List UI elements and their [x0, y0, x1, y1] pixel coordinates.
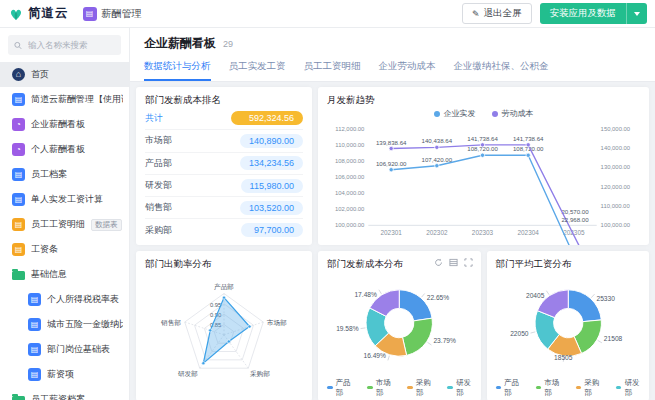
form-icon: ▤	[12, 168, 25, 181]
sidebar-item[interactable]: 员工薪资档案	[0, 387, 129, 400]
svg-text:110,000.00: 110,000.00	[601, 203, 631, 209]
sidebar-item[interactable]: ▤工资条	[0, 237, 129, 262]
dashboard-icon: ◔	[12, 143, 25, 156]
logo[interactable]: 简道云	[8, 5, 69, 22]
ranking-row: 销售部103,520.00	[145, 196, 303, 218]
sidebar-item[interactable]: ▤员工档案	[0, 162, 129, 187]
table-icon[interactable]	[449, 258, 458, 267]
tab[interactable]: 员工实发工资	[229, 60, 286, 81]
svg-text:202302: 202302	[426, 229, 448, 236]
dashboard-content: 部门发薪成本排名 共计592,324.56市场部140,890.00产品部134…	[130, 82, 655, 400]
search-box[interactable]	[8, 35, 121, 55]
svg-text:20,570.00: 20,570.00	[561, 208, 589, 215]
sidebar-item[interactable]: ▤个人所得税税率表	[0, 287, 129, 312]
legend-marker	[367, 386, 373, 389]
ranking-card-title: 部门发薪成本排名	[145, 94, 303, 107]
sidebar-item[interactable]: ⌂首页	[0, 62, 129, 87]
sidebar-item-label: 企业薪酬看板	[31, 118, 85, 131]
exit-fullscreen-label: 退出全屏	[484, 7, 522, 20]
datasheet-badge: 数据表	[91, 219, 122, 231]
legend-item[interactable]: 劳动成本	[492, 108, 534, 119]
svg-text:202301: 202301	[381, 229, 403, 236]
svg-text:141,738.64: 141,738.64	[467, 135, 498, 142]
sidebar-item[interactable]: ▤薪资项	[0, 362, 129, 387]
sidebar-item[interactable]: 基础信息	[0, 262, 129, 287]
exit-fullscreen-button[interactable]: ✎ 退出全屏	[462, 3, 532, 24]
legend-marker	[407, 386, 413, 389]
sidebar-item-label: 员工薪资档案	[31, 393, 85, 400]
radar-card-title: 部门出勤率分布	[145, 258, 303, 271]
legend-item[interactable]: 企业实发	[434, 108, 476, 119]
sidebar-item-label: 薪资项	[47, 368, 74, 381]
ranking-label: 产品部	[145, 157, 172, 170]
folder-icon	[12, 396, 25, 400]
ranking-label: 销售部	[145, 201, 172, 214]
svg-text:100,000.00: 100,000.00	[601, 222, 631, 228]
legend-item[interactable]: 产品部	[327, 378, 351, 398]
tab[interactable]: 企业缴纳社保、公积金	[454, 60, 549, 81]
install-dropdown-button[interactable]	[626, 3, 647, 24]
sidebar-item[interactable]: ▤部门岗位基础表	[0, 337, 129, 362]
sidebar-item[interactable]: ▤员工工资明细数据表	[0, 212, 129, 237]
legend-item[interactable]: 研发部	[447, 378, 471, 398]
form-icon: ▤	[12, 243, 25, 256]
search-input[interactable]	[26, 39, 115, 51]
svg-text:140,000.00: 140,000.00	[601, 145, 631, 151]
sidebar-item-label: 简道云薪酬管理【使用说明】	[31, 93, 123, 106]
svg-text:120,000.00: 120,000.00	[601, 184, 631, 190]
app-name: 薪酬管理	[102, 7, 142, 21]
svg-text:100,000.00: 100,000.00	[335, 222, 365, 228]
pencil-icon: ✎	[472, 9, 480, 19]
ranking-row: 共计592,324.56	[145, 107, 303, 129]
legend-item[interactable]: 采购部	[407, 378, 431, 398]
legend-item[interactable]: 市场部	[536, 378, 560, 398]
legend-item[interactable]: 采购部	[576, 378, 600, 398]
svg-text:108,000.00: 108,000.00	[335, 158, 365, 164]
svg-text:19.58%: 19.58%	[336, 325, 359, 332]
sidebar-item-label: 工资条	[31, 243, 58, 256]
svg-text:23.79%: 23.79%	[433, 337, 456, 344]
line-legend: 企业实发劳动成本	[327, 107, 640, 120]
install-app-button[interactable]: 安装应用及数据	[540, 3, 648, 24]
app-window: 简道云 ▤ 薪酬管理 ✎ 退出全屏 安装应用及数据 ⌂首页▤简道云薪酬管理【使	[0, 0, 655, 400]
pie1-svg: 22.65%23.79%16.49%19.58%17.48%	[327, 271, 472, 381]
pie1-card: 部门发薪成本分布 22.65%23.79%16.49%19.58%17.48% …	[318, 251, 481, 400]
pie2-card: 部门平均工资分布 2533021508185052205020405 产品部市场…	[487, 251, 650, 400]
svg-text:106,000.00: 106,000.00	[335, 174, 365, 180]
refresh-icon[interactable]	[434, 258, 443, 267]
svg-text:市场部: 市场部	[267, 319, 287, 327]
legend-marker	[496, 386, 502, 389]
pie2-legend: 产品部市场部采购部研发部	[496, 381, 641, 394]
sidebar-item[interactable]: ◔企业薪酬看板	[0, 112, 129, 137]
sidebar-item[interactable]: ▤简道云薪酬管理【使用说明】	[0, 87, 129, 112]
dashboard-header: 企业薪酬看板 29 数据统计与分析员工实发工资员工工资明细企业劳动成本企业缴纳社…	[130, 28, 655, 82]
tab[interactable]: 数据统计与分析	[144, 60, 211, 81]
app-badge[interactable]: ▤ 薪酬管理	[83, 7, 142, 21]
ranking-label: 市场部	[145, 134, 172, 147]
svg-text:139,838.64: 139,838.64	[376, 139, 407, 146]
svg-text:产品部: 产品部	[214, 283, 234, 291]
svg-text:销售部: 销售部	[160, 319, 181, 327]
svg-text:22.65%: 22.65%	[427, 294, 450, 301]
ranking-label: 采购部	[145, 224, 172, 237]
legend-item[interactable]: 研发部	[616, 378, 640, 398]
sidebar-item[interactable]: ▤城市五险一金缴纳比例	[0, 312, 129, 337]
radar-svg: 0.950.900.85产品部市场部采购部研发部销售部	[145, 271, 303, 399]
svg-text:16.49%: 16.49%	[363, 352, 386, 359]
sidebar-item[interactable]: ◔个人薪酬看板	[0, 137, 129, 162]
tab[interactable]: 员工工资明细	[304, 60, 361, 81]
sidebar-item-label: 员工档案	[31, 168, 67, 181]
legend-item[interactable]: 市场部	[367, 378, 391, 398]
line-chart-svg: 100,000.00102,000.00104,000.00106,000.00…	[327, 120, 640, 245]
ranking-value: 592,324.56	[231, 111, 303, 125]
ranking-value: 97,700.00	[241, 223, 303, 237]
legend-item[interactable]: 产品部	[496, 378, 520, 398]
fullscreen-icon[interactable]	[464, 258, 473, 267]
dashboard-tabs: 数据统计与分析员工实发工资员工工资明细企业劳动成本企业缴纳社保、公积金	[144, 60, 641, 81]
pie-slice[interactable]	[402, 318, 432, 355]
tab[interactable]: 企业劳动成本	[379, 60, 436, 81]
svg-text:112,000.00: 112,000.00	[335, 126, 365, 132]
sidebar-item-label: 个人薪酬看板	[31, 143, 85, 156]
sidebar-item[interactable]: ▤单人实发工资计算	[0, 187, 129, 212]
svg-text:141,738.64: 141,738.64	[513, 135, 544, 142]
